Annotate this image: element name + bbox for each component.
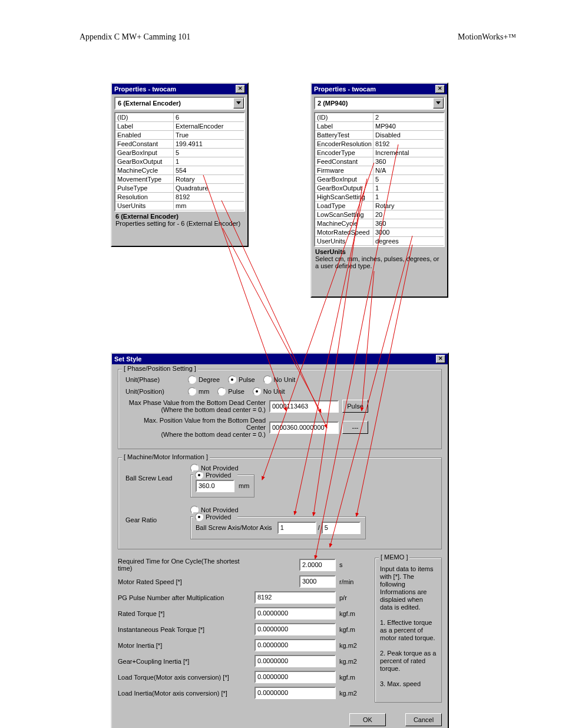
property-value: Disabled [373,131,444,139]
page-header-right: MotionWorks+™ [458,32,516,42]
setstyle-title: Set Style [114,355,141,363]
property-name: MotorRatedSpeed [315,228,373,236]
unit-position-label: Unit(Position) [125,388,184,395]
cancel-button[interactable]: Cancel [405,713,442,726]
gear-sep: / [318,524,320,531]
property-name: GearBoxInput [315,175,373,183]
property-name: HighScanSetting [315,193,373,201]
gear-num-input[interactable]: 1 [277,522,316,534]
property-name: GearBoxOutput [115,157,174,166]
gear-ratio-label: Gear Ratio [125,506,184,523]
property-value: 6 [174,113,244,121]
property-row[interactable]: Resolution8192 [115,193,244,202]
property-row[interactable]: PulseTypeQuadrature [115,184,244,193]
property-row[interactable]: LabelMP940 [315,122,444,131]
max-phase-unit-button[interactable]: Pulse [342,400,368,413]
property-row[interactable]: EncoderTypeIncremental [315,149,444,157]
property-row[interactable]: GearBoxOutput1 [315,184,444,193]
chevron-down-icon[interactable] [233,98,244,108]
mi-label: Motor Inertia [*] [118,642,247,649]
radio-pulse-pos[interactable]: Pulse [217,387,244,396]
property-row[interactable]: LowScanSetting20 [315,210,444,219]
gci-unit: kg.m2 [339,658,368,665]
properties-grid-right: (ID)2LabelMP940BatteryTestDisabledEncode… [314,112,445,247]
property-name: Label [315,122,373,130]
chevron-down-icon[interactable] [433,98,444,108]
li-input[interactable]: 0.0000000 [254,687,336,699]
property-value: 360 [373,157,444,166]
property-row[interactable]: MovementTypeRotary [115,175,244,184]
mrs-label: Motor Rated Speed [*] [118,578,247,585]
property-row[interactable]: (ID)2 [315,113,444,122]
property-row[interactable]: GearBoxInput5 [115,149,244,157]
radio-degree[interactable]: Degree [188,375,220,384]
property-row[interactable]: (ID)6 [115,113,244,122]
property-row[interactable]: MachineCycle360 [315,219,444,228]
max-pos-unit-button[interactable]: --- [342,421,368,434]
req-time-input[interactable]: 2.0000 [299,559,336,571]
close-icon[interactable]: ✕ [436,355,445,363]
radio-gear-provided[interactable]: Provided [195,513,231,521]
property-value: Rotary [373,202,444,210]
mi-input[interactable]: 0.0000000 [254,639,336,651]
ok-button[interactable]: OK [349,713,386,726]
panel-right-desc-body: Select cm, mm, inches, pulses, degrees, … [314,255,445,294]
property-row[interactable]: UserUnitsdegrees [315,237,444,246]
property-name: FeedConstant [315,157,373,166]
li-unit: kg.m2 [339,690,368,697]
radio-pulse-phase[interactable]: Pulse [228,375,255,384]
radio-bsl-provided[interactable]: Provided [195,471,231,479]
property-row[interactable]: LabelExternalEncoder [115,122,244,131]
max-pos-input[interactable]: 0000360.0000000 [269,421,339,434]
property-row[interactable]: FeedConstant360 [315,157,444,166]
property-value: 3000 [373,228,444,236]
property-name: MachineCycle [315,219,373,228]
ball-screw-input[interactable]: 360.0 [196,480,234,492]
radio-nounit-phase[interactable]: No Unit [263,375,296,384]
property-name: Firmware [315,166,373,174]
property-name: UserUnits [115,202,174,210]
property-name: MachineCycle [115,166,174,174]
close-icon[interactable]: ✕ [435,85,445,93]
panel-left-title: Properties - twocam [114,85,176,93]
gci-input[interactable]: 0.0000000 [254,655,336,667]
mrs-unit: r/min [339,578,368,585]
panel-right-combobox[interactable]: 2 (MP940) [314,97,445,110]
property-value: 2 [373,113,444,121]
property-row[interactable]: GearBoxInput5 [315,175,444,184]
property-row[interactable]: FeedConstant199.4911 [115,140,244,149]
property-row[interactable]: UserUnitsmm [115,202,244,210]
property-value: 5 [373,175,444,183]
radio-nounit-pos[interactable]: No Unit [253,387,285,396]
ipt-input[interactable]: 0.0000000 [254,623,336,635]
max-phase-input[interactable]: 0000113463 [269,400,339,413]
property-row[interactable]: MachineCycle554 [115,166,244,175]
mrs-input[interactable]: 3000 [299,575,336,588]
panel-right-combobox-text: 2 (MP940) [318,100,348,107]
property-name: LoadType [315,202,373,210]
pg-input[interactable]: 8192 [254,591,336,604]
gear-den-input[interactable]: 5 [322,522,361,534]
property-row[interactable]: MotorRatedSpeed3000 [315,228,444,237]
property-value: 8192 [174,193,244,201]
property-row[interactable]: HighScanSetting1 [315,193,444,202]
radio-mm[interactable]: mm [188,387,209,396]
property-row[interactable]: LoadTypeRotary [315,202,444,210]
property-row[interactable]: BatteryTestDisabled [315,131,444,140]
property-name: BatteryTest [315,131,373,139]
lt-label: Load Torque(Motor axis conversion) [*] [118,674,247,681]
panel-left-combobox[interactable]: 6 (External Encoder) [114,97,245,110]
property-name: PulseType [115,184,174,192]
property-value: 360 [373,219,444,228]
property-row[interactable]: FirmwareN/A [315,166,444,175]
property-row[interactable]: GearBoxOutput1 [115,157,244,166]
machine-motor-group: [ Machine/Motor Information ] Ball Screw… [118,457,442,549]
property-value: Incremental [373,149,444,157]
property-name: UserUnits [315,237,373,245]
property-row[interactable]: EncoderResolution8192 [315,140,444,149]
lt-input[interactable]: 0.0000000 [254,671,336,683]
ipt-label: Instantaneous Peak Torque [*] [118,626,247,633]
property-row[interactable]: EnabledTrue [115,131,244,140]
rt-input[interactable]: 0.0000000 [254,607,336,620]
close-icon[interactable]: ✕ [236,85,245,93]
